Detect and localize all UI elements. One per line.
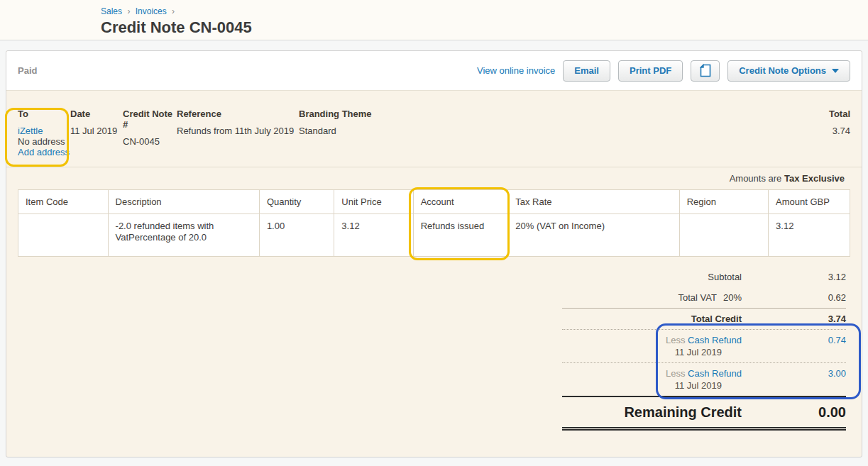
contact-link[interactable]: iZettle <box>18 126 43 136</box>
total-label: Total <box>829 109 850 119</box>
col-description: Description <box>108 190 259 214</box>
no-address-text: No address <box>18 136 70 147</box>
reference-label: Reference <box>177 109 299 119</box>
cell-quantity: 1.00 <box>259 214 334 257</box>
cash-refund-link[interactable]: Cash Refund <box>688 335 742 345</box>
detail-credit-note-number: Credit Note # CN-0045 <box>123 109 177 157</box>
view-online-invoice-link[interactable]: View online invoice <box>477 65 555 76</box>
col-region: Region <box>679 190 768 214</box>
breadcrumb-invoices[interactable]: Invoices <box>136 6 167 16</box>
copy-document-icon <box>700 64 711 77</box>
cell-description: -2.0 refunded items with VatPercentage o… <box>108 214 259 257</box>
vat-rate: 20% <box>723 292 742 303</box>
refund-amount-link[interactable]: 0.74 <box>742 335 846 345</box>
total-credit-row: Total Credit 3.74 <box>562 309 846 329</box>
cell-amount-gbp: 3.12 <box>769 214 850 257</box>
print-pdf-button[interactable]: Print PDF <box>618 60 683 82</box>
tax-basis-value: Tax Exclusive <box>784 173 845 184</box>
credit-note-card: Paid View online invoice Email Print PDF… <box>6 50 862 457</box>
amounts-are-prefix: Amounts are <box>730 173 782 184</box>
cell-item-code <box>18 214 109 257</box>
detail-to: To iZettle No address Add address <box>18 109 70 157</box>
credit-note-number-label: Credit Note # <box>123 109 177 130</box>
detail-reference: Reference Refunds from 11th July 2019 <box>177 109 299 157</box>
table-header-row: Item Code Description Quantity Unit Pric… <box>18 190 850 214</box>
status-badge: Paid <box>18 65 37 76</box>
reference-value: Refunds from 11th July 2019 <box>177 126 299 136</box>
detail-branding-theme: Branding Theme Standard <box>299 109 372 157</box>
refund-label: Less Cash Refund <box>562 368 742 379</box>
detail-date: Date 11 Jul 2019 <box>70 109 123 157</box>
line-items-table: Item Code Description Quantity Unit Pric… <box>18 189 850 257</box>
breadcrumb-separator: › <box>127 6 130 16</box>
to-label: To <box>18 109 70 119</box>
chevron-down-icon <box>832 69 839 73</box>
page-header: Sales › Invoices › Credit Note CN-0045 <box>0 0 868 40</box>
col-quantity: Quantity <box>259 190 334 214</box>
cell-region <box>679 214 768 257</box>
card-header: Paid View online invoice Email Print PDF… <box>6 51 862 91</box>
date-label: Date <box>70 109 123 119</box>
page-title: Credit Note CN-0045 <box>101 18 868 37</box>
cell-account: Refunds issued <box>413 214 508 257</box>
refund-date: 11 Jul 2019 <box>562 347 742 357</box>
col-account: Account <box>413 190 508 214</box>
branding-theme-value: Standard <box>299 126 372 136</box>
credit-note-number-value: CN-0045 <box>123 136 177 147</box>
total-credit-value: 3.74 <box>742 314 846 324</box>
col-amount-gbp: Amount GBP <box>769 190 850 214</box>
amounts-are-note: Amounts are Tax Exclusive <box>6 167 862 189</box>
remaining-credit-row: Remaining Credit 0.00 <box>562 397 846 427</box>
col-item-code: Item Code <box>18 190 109 214</box>
cash-refund-row: Less Cash Refund 11 Jul 2019 0.74 <box>562 330 846 362</box>
breadcrumb-sales[interactable]: Sales <box>101 6 122 16</box>
total-vat-row: Total VAT20% 0.62 <box>562 287 846 308</box>
breadcrumb: Sales › Invoices › <box>101 6 868 16</box>
total-vat-value: 0.62 <box>742 292 846 303</box>
remaining-credit-bottom-rule <box>562 427 846 431</box>
col-tax-rate: Tax Rate <box>508 190 679 214</box>
add-address-link[interactable]: Add address <box>18 147 70 157</box>
details-row: To iZettle No address Add address Date 1… <box>6 91 862 157</box>
credit-note-options-label: Credit Note Options <box>739 65 826 76</box>
email-button[interactable]: Email <box>563 60 610 82</box>
totals-section: Subtotal 3.12 Total VAT20% 0.62 Total Cr… <box>562 267 846 431</box>
breadcrumb-separator: › <box>172 6 175 16</box>
table-row: -2.0 refunded items with VatPercentage o… <box>18 214 850 257</box>
subtotal-value: 3.12 <box>742 272 846 282</box>
date-value: 11 Jul 2019 <box>70 126 123 136</box>
cell-unit-price: 3.12 <box>334 214 413 257</box>
header-actions: View online invoice Email Print PDF Cred… <box>477 60 850 82</box>
copy-button[interactable] <box>691 60 720 82</box>
refund-label: Less Cash Refund <box>562 335 742 345</box>
refund-amount-link[interactable]: 3.00 <box>742 368 846 379</box>
total-credit-label: Total Credit <box>562 314 742 324</box>
branding-theme-label: Branding Theme <box>299 109 372 119</box>
subtotal-label: Subtotal <box>562 272 742 282</box>
detail-total: Total 3.74 <box>829 109 850 157</box>
cell-tax-rate: 20% (VAT on Income) <box>508 214 679 257</box>
subtotal-row: Subtotal 3.12 <box>562 267 846 287</box>
cash-refund-row: Less Cash Refund 11 Jul 2019 3.00 <box>562 363 846 396</box>
col-unit-price: Unit Price <box>334 190 413 214</box>
refund-date: 11 Jul 2019 <box>562 380 742 391</box>
total-vat-label: Total VAT20% <box>562 292 742 303</box>
credit-note-options-button[interactable]: Credit Note Options <box>727 60 850 82</box>
total-value: 3.74 <box>829 126 850 136</box>
remaining-credit-label: Remaining Credit <box>562 404 742 421</box>
remaining-credit-value: 0.00 <box>742 404 846 421</box>
cash-refund-link[interactable]: Cash Refund <box>688 368 742 379</box>
